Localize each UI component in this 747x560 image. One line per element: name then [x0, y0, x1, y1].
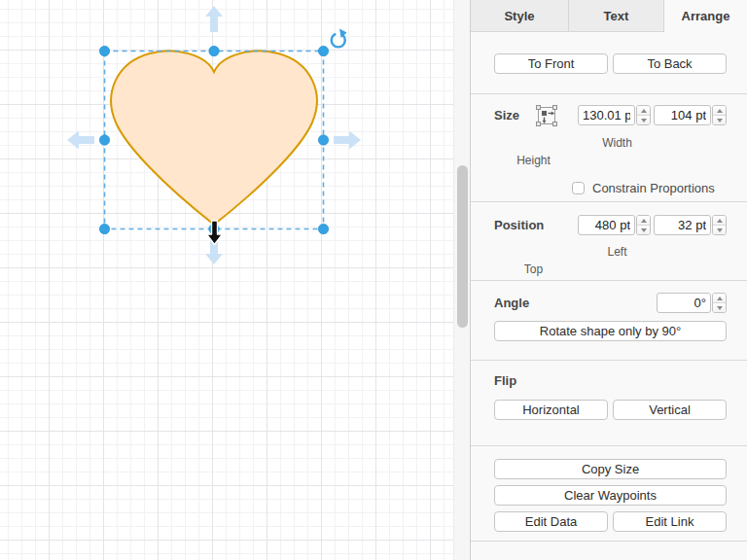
top-stepper-down[interactable] [713, 225, 726, 234]
drawing-canvas[interactable] [0, 0, 453, 560]
mouse-cursor-icon [207, 221, 223, 245]
flip-vertical-button[interactable]: Vertical [613, 400, 727, 420]
flip-label: Flip [494, 373, 727, 388]
left-label: Left [581, 245, 654, 259]
top-label: Top [497, 262, 570, 276]
edit-data-button[interactable]: Edit Data [494, 511, 608, 532]
angle-stepper-down[interactable] [713, 302, 726, 312]
rotate-handle-icon[interactable] [332, 29, 347, 48]
selection-handle-w[interactable] [99, 135, 109, 145]
height-stepper-up[interactable] [713, 106, 726, 115]
width-stepper-up[interactable] [637, 106, 650, 115]
left-input[interactable] [578, 215, 635, 235]
angle-section: Angle Rotate shape only by 90° [471, 293, 747, 361]
arrow-right-icon[interactable] [334, 131, 361, 150]
width-input[interactable] [578, 105, 635, 125]
format-tabbar: Style Text Arrange [471, 0, 747, 32]
selection-handle-nw[interactable] [99, 46, 109, 55]
canvas-overlay [0, 0, 453, 560]
angle-label: Angle [494, 296, 657, 310]
height-input[interactable] [654, 105, 711, 125]
top-stepper-up[interactable] [713, 216, 726, 225]
arrow-left-icon[interactable] [67, 131, 94, 150]
angle-input[interactable] [657, 293, 711, 313]
angle-stepper-up[interactable] [713, 294, 726, 302]
left-stepper [636, 215, 651, 235]
actions-section: Copy Size Clear Waypoints Edit Data Edit… [471, 446, 747, 542]
top-input[interactable] [654, 215, 711, 235]
autosize-icon[interactable] [535, 104, 558, 127]
selection-handle-se[interactable] [318, 224, 328, 233]
vertical-scrollbar[interactable] [453, 0, 470, 560]
selection-handle-sw[interactable] [99, 224, 109, 233]
to-back-button[interactable]: To Back [613, 53, 727, 74]
copy-size-button[interactable]: Copy Size [494, 459, 727, 479]
constrain-proportions-checkbox[interactable] [572, 182, 585, 194]
flip-horizontal-button[interactable]: Horizontal [494, 400, 608, 420]
height-stepper [712, 105, 727, 125]
arrow-up-icon[interactable] [205, 6, 223, 32]
selection-handle-ne[interactable] [318, 46, 328, 55]
rotate-90-button[interactable]: Rotate shape only by 90° [494, 321, 727, 341]
order-section: To Front To Back [471, 32, 747, 94]
tab-style[interactable]: Style [471, 0, 569, 32]
flip-section: Flip Horizontal Vertical [471, 373, 747, 446]
size-section: Size [471, 105, 747, 202]
position-label: Position [494, 218, 578, 232]
format-panel: Style Text Arrange To Front To Back Size [470, 0, 747, 560]
size-label: Size [494, 108, 535, 122]
height-label: Height [497, 154, 570, 167]
selection-handle-n[interactable] [209, 46, 219, 55]
top-stepper [712, 215, 727, 235]
to-front-button[interactable]: To Front [494, 53, 608, 74]
width-stepper [636, 105, 651, 125]
clear-waypoints-button[interactable]: Clear Waypoints [494, 485, 727, 506]
position-section: Position Left Top [471, 215, 747, 281]
width-stepper-down[interactable] [637, 115, 650, 124]
tab-text[interactable]: Text [569, 0, 664, 32]
tab-arrange[interactable]: Arrange [664, 0, 747, 32]
width-label: Width [581, 136, 654, 150]
height-stepper-down[interactable] [713, 115, 726, 124]
constrain-proportions-label: Constrain Proportions [592, 181, 715, 195]
angle-stepper [712, 293, 727, 313]
heart-shape[interactable] [111, 51, 317, 225]
left-stepper-up[interactable] [637, 216, 650, 225]
selection-handle-e[interactable] [318, 135, 328, 145]
edit-link-button[interactable]: Edit Link [613, 511, 727, 532]
app-window: { "canvas": { "shape": { "type": "heart"… [0, 0, 747, 560]
left-stepper-down[interactable] [637, 225, 650, 234]
scrollbar-thumb[interactable] [457, 165, 468, 328]
